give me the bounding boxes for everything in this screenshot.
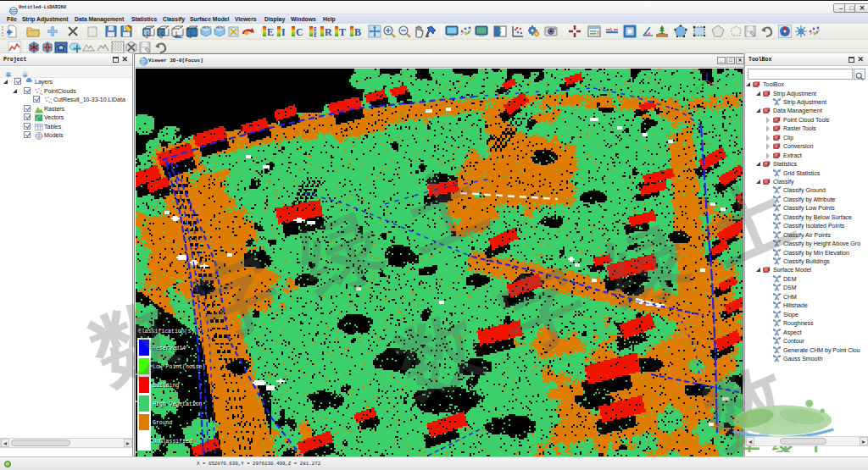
svg-text:FRONT: FRONT xyxy=(216,26,225,30)
svg-text:B: B xyxy=(354,26,361,38)
svg-text:C: C xyxy=(296,26,303,38)
svg-text:FRONT: FRONT xyxy=(203,26,211,30)
svg-text:T: T xyxy=(339,26,346,38)
svg-text:E: E xyxy=(267,26,274,38)
svg-text:a: a xyxy=(648,30,651,36)
svg-text:X: X xyxy=(695,85,700,92)
svg-text:I: I xyxy=(281,26,286,38)
svg-text:R: R xyxy=(325,26,332,38)
